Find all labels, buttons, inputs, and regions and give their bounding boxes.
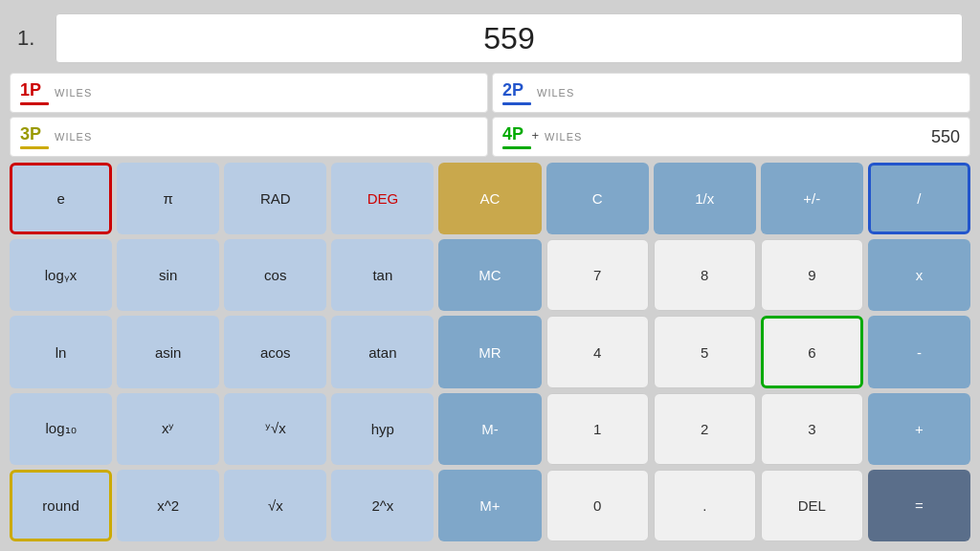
btn-row2-2[interactable]: cos [224, 239, 326, 311]
player-underline [20, 102, 49, 105]
btn-row2-4[interactable]: MC [438, 239, 541, 311]
button-row-1: eπRADDEGACC1/x+/-/ [10, 163, 970, 234]
player-value: 550 [931, 127, 960, 147]
player-header: 3P WILES [20, 124, 478, 149]
btn-row1-8[interactable]: / [868, 163, 970, 234]
btn-row1-7[interactable]: +/- [761, 163, 863, 234]
btn-row1-4[interactable]: AC [438, 163, 541, 234]
btn-row1-0[interactable]: e [10, 163, 112, 234]
btn-row4-4[interactable]: M- [438, 393, 541, 465]
btn-row3-8[interactable]: - [868, 316, 970, 387]
button-row-3: lnasinacosatanMR456- [10, 316, 970, 387]
btn-row2-8[interactable]: x [868, 239, 970, 311]
btn-row4-3[interactable]: hyp [331, 393, 434, 465]
btn-row3-0[interactable]: ln [10, 316, 112, 387]
button-row-5: roundx^2√x2^xM+0.DEL= [10, 470, 970, 541]
btn-row4-8[interactable]: + [868, 393, 970, 465]
player-row-1[interactable]: 1P WILES [10, 73, 488, 113]
btn-row4-0[interactable]: log₁₀ [10, 393, 112, 465]
player-header: 4P + WILES [502, 124, 960, 149]
player-label: WILES [537, 87, 574, 99]
btn-row3-2[interactable]: acos [224, 316, 326, 387]
display-label: 1. [17, 26, 46, 51]
player-header: 1P WILES [20, 80, 478, 105]
btn-row5-1[interactable]: x^2 [117, 470, 219, 541]
player-label: WILES [545, 131, 582, 143]
btn-row4-2[interactable]: ʸ√x [224, 393, 326, 465]
btn-row2-1[interactable]: sin [117, 239, 219, 311]
player-underline [502, 102, 531, 105]
btn-row2-0[interactable]: logᵧx [10, 239, 112, 311]
player-underline [20, 146, 49, 149]
btn-row1-5[interactable]: C [546, 163, 649, 234]
btn-row3-5[interactable]: 4 [546, 316, 649, 387]
btn-row2-3[interactable]: tan [331, 239, 434, 311]
btn-row3-3[interactable]: atan [331, 316, 434, 387]
btn-row4-1[interactable]: xʸ [117, 393, 219, 465]
player-underline [502, 146, 531, 149]
player-id: 2P [502, 80, 523, 99]
player-id: 1P [20, 80, 41, 99]
btn-row4-6[interactable]: 2 [654, 393, 756, 465]
btn-row1-3[interactable]: DEG [331, 163, 434, 234]
player-plus: + [531, 128, 539, 143]
btn-row2-6[interactable]: 8 [654, 239, 756, 311]
player-label: WILES [55, 87, 92, 99]
player-row-3[interactable]: 3P WILES [10, 117, 488, 157]
player-row-2[interactable]: 2P WILES [492, 73, 970, 113]
player-header: 2P WILES [502, 80, 960, 105]
btn-row5-6[interactable]: . [654, 470, 756, 541]
btn-row4-5[interactable]: 1 [546, 393, 649, 465]
player-id: 3P [20, 124, 41, 143]
btn-row5-8[interactable]: = [868, 470, 970, 541]
btn-row2-7[interactable]: 9 [761, 239, 863, 311]
btn-row3-1[interactable]: asin [117, 316, 219, 387]
btn-row1-6[interactable]: 1/x [654, 163, 756, 234]
btn-row1-1[interactable]: π [117, 163, 219, 234]
display-input: 559 [56, 13, 963, 63]
calculator: 1. 559 1P WILES 2P WILES 3P [0, 0, 980, 551]
btn-row2-5[interactable]: 7 [546, 239, 649, 311]
player-row-4[interactable]: 4P + WILES 550 [492, 117, 970, 157]
btn-row3-7[interactable]: 6 [761, 316, 863, 387]
btn-row5-7[interactable]: DEL [761, 470, 863, 541]
btn-row5-0[interactable]: round [10, 470, 112, 541]
btn-row5-5[interactable]: 0 [546, 470, 649, 541]
btn-row3-4[interactable]: MR [438, 316, 541, 387]
player-id: 4P [502, 124, 523, 143]
btn-row5-4[interactable]: M+ [438, 470, 541, 541]
buttons-area: eπRADDEGACC1/x+/-/logᵧxsincostanMC789xln… [10, 163, 970, 541]
player-label: WILES [55, 131, 92, 143]
button-row-2: logᵧxsincostanMC789x [10, 239, 970, 311]
display-row: 1. 559 [10, 10, 970, 67]
button-row-4: log₁₀xʸʸ√xhypM-123+ [10, 393, 970, 465]
btn-row5-3[interactable]: 2^x [331, 470, 434, 541]
btn-row3-6[interactable]: 5 [654, 316, 756, 387]
btn-row1-2[interactable]: RAD [224, 163, 326, 234]
players-grid: 1P WILES 2P WILES 3P WILES [10, 73, 970, 157]
btn-row4-7[interactable]: 3 [761, 393, 863, 465]
btn-row5-2[interactable]: √x [224, 470, 326, 541]
